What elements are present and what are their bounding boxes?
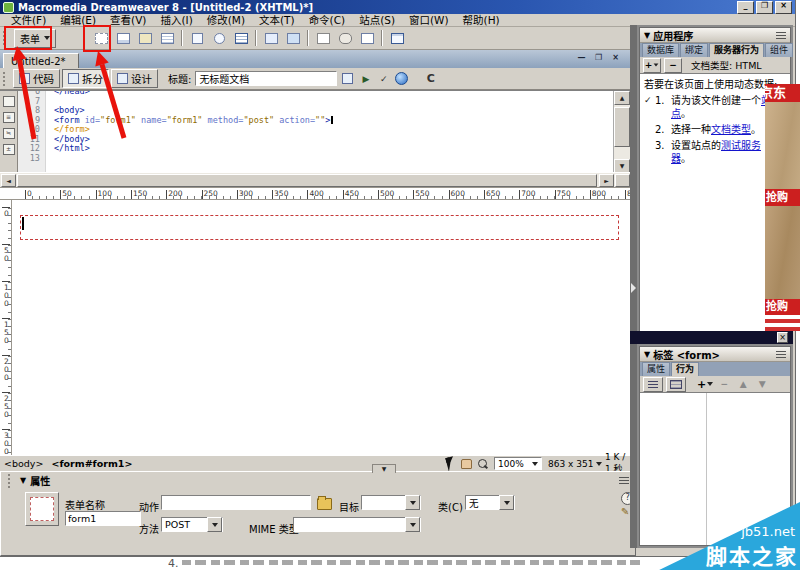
app-tab-3[interactable]: 组件 <box>765 43 793 57</box>
menu-item-1[interactable]: 编辑(E) <box>53 14 103 26</box>
app-tab-0[interactable]: 数据库 <box>642 43 679 57</box>
ad-product-image[interactable] <box>765 102 800 189</box>
application-panel-header[interactable]: ▼ 应用程序 <box>640 28 790 43</box>
properties-header[interactable]: ▼ 属性 <box>1 474 635 487</box>
select-tool-icon[interactable] <box>443 457 458 470</box>
insert-hidden-field-button[interactable] <box>135 29 155 48</box>
collapse-selection-icon[interactable]: ≒ <box>3 128 15 139</box>
insert-category-dropdown[interactable]: 表单 <box>14 29 56 48</box>
tag-selector-item-0[interactable]: <body> <box>0 458 47 469</box>
menu-item-4[interactable]: 修改(M) <box>200 14 252 26</box>
method-select[interactable]: POST <box>161 517 223 532</box>
form-outline[interactable] <box>20 215 619 240</box>
code-view[interactable]: 6</head>78<body>9<form id="form1" name="… <box>0 90 630 173</box>
doc-restore-icon[interactable]: ❐ <box>592 53 605 64</box>
form-property-icon-button[interactable] <box>25 492 59 526</box>
doc-close-icon[interactable]: × <box>609 53 622 64</box>
doc-minimize-icon[interactable]: — <box>575 53 588 64</box>
menu-item-2[interactable]: 查看(V) <box>103 14 153 26</box>
insert-radio-button-button[interactable] <box>209 29 229 48</box>
step-link-0[interactable]: 站点 <box>671 95 771 119</box>
hand-tool-icon[interactable] <box>459 457 474 470</box>
insert-text-field-button[interactable] <box>113 29 133 48</box>
panel-options-icon[interactable] <box>776 351 786 358</box>
class-select[interactable]: 无 <box>465 495 515 510</box>
tag-selector-item-1[interactable]: <form#form1> <box>47 458 136 469</box>
insert-label-button[interactable] <box>357 29 377 48</box>
add-behavior-button[interactable]: + <box>697 378 713 391</box>
insert-form-button[interactable] <box>91 29 111 48</box>
horizontal-scrollbar[interactable]: ◄ ► <box>0 172 630 188</box>
browser-check-globe-icon[interactable] <box>394 71 409 86</box>
panel-options-icon[interactable] <box>619 477 629 484</box>
step-link-2[interactable]: 测试服务器 <box>671 140 761 164</box>
file-management-icon[interactable] <box>340 71 355 86</box>
menu-item-7[interactable]: 站点(S) <box>352 14 402 26</box>
scrollbar-thumb[interactable] <box>17 174 597 187</box>
design-view-button[interactable]: 设计 <box>111 69 158 88</box>
quick-tag-edit-icon[interactable]: ✎ <box>621 507 629 517</box>
tag-panel-header[interactable]: ▼ 标签 <form> <box>640 347 790 362</box>
restore-icon[interactable]: ❐ <box>756 1 773 14</box>
remove-server-behavior-button[interactable]: − <box>664 58 682 73</box>
panel-options-icon[interactable] <box>776 32 786 39</box>
sidebar-ad[interactable]: 京东 抢购 抢购 <box>765 84 800 331</box>
open-documents-icon[interactable] <box>3 96 15 107</box>
insert-image-field-button[interactable] <box>283 29 303 48</box>
menu-item-9[interactable]: 帮助(H) <box>456 14 507 26</box>
zoom-tool-icon[interactable] <box>475 457 490 470</box>
design-view[interactable] <box>12 200 630 455</box>
step-link-1[interactable]: 文档类型 <box>711 124 751 135</box>
refresh-design-view-icon[interactable]: C <box>423 71 438 86</box>
ad-tag[interactable]: 抢购 <box>765 189 800 206</box>
remove-behavior-button[interactable]: − <box>716 378 732 391</box>
insert-checkbox-button[interactable] <box>187 29 207 48</box>
ad-tag[interactable]: 抢购 <box>765 299 800 315</box>
expand-all-icon[interactable]: ± <box>3 144 15 155</box>
app-tab-1[interactable]: 绑定 <box>680 43 708 57</box>
dock-divider[interactable] <box>630 25 637 548</box>
menu-item-8[interactable]: 窗口(W) <box>402 14 456 26</box>
window-size-select[interactable]: 863 x 351 <box>548 459 602 469</box>
insert-list-menu-button[interactable] <box>231 29 251 48</box>
ad-banner[interactable]: 京东 <box>765 84 800 102</box>
collapse-full-tag-icon[interactable]: ≡ <box>3 112 15 123</box>
scroll-right-icon[interactable]: ► <box>599 174 614 187</box>
insert-file-field-button[interactable] <box>313 29 333 48</box>
code-vertical-scrollbar[interactable]: ▲ ▼ <box>613 91 630 173</box>
preview-debug-icon[interactable]: ▶ <box>358 71 373 86</box>
add-server-behavior-button[interactable]: + <box>643 58 661 73</box>
form-name-input[interactable] <box>65 511 141 526</box>
scroll-down-icon[interactable]: ▼ <box>614 159 630 173</box>
insert-fieldset-button[interactable] <box>387 29 407 48</box>
target-select[interactable] <box>361 495 421 510</box>
menu-item-6[interactable]: 命令(C) <box>302 14 353 26</box>
menu-item-0[interactable]: 文件(F) <box>4 14 53 26</box>
tag-tab-1[interactable]: 行为 <box>671 362 699 376</box>
move-up-icon[interactable]: ▲ <box>735 378 751 391</box>
scrollbar-thumb[interactable] <box>614 107 630 147</box>
split-view-button[interactable]: 拆分 <box>62 69 109 88</box>
document-title-input[interactable] <box>195 71 337 86</box>
validate-markup-icon[interactable]: ✓ <box>376 71 391 86</box>
zoom-level-select[interactable]: 100% <box>494 457 542 470</box>
show-set-events-icon[interactable] <box>643 377 663 392</box>
ad-close-icon[interactable]: × <box>777 332 788 343</box>
tag-tab-0[interactable]: 属性 <box>642 362 670 376</box>
document-tab[interactable]: Untitled-2* <box>3 53 79 68</box>
menu-item-3[interactable]: 插入(I) <box>153 14 199 26</box>
mime-type-select[interactable] <box>293 517 421 532</box>
app-tab-2[interactable]: 服务器行为 <box>709 43 764 57</box>
scroll-up-icon[interactable]: ▲ <box>614 91 630 105</box>
property-panel-collapse-arrow[interactable]: ▼ <box>372 464 396 473</box>
collapse-dock-icon[interactable] <box>631 283 636 293</box>
code-view-button[interactable]: 代码 <box>13 69 60 88</box>
minimize-icon[interactable]: _ <box>737 1 754 14</box>
scroll-left-icon[interactable]: ◄ <box>1 174 16 187</box>
insert-textarea-button[interactable] <box>157 29 177 48</box>
action-input[interactable] <box>161 495 311 510</box>
menu-item-5[interactable]: 文本(T) <box>252 14 302 26</box>
close-icon[interactable]: × <box>775 1 792 14</box>
insert-button-button[interactable] <box>335 29 355 48</box>
insert-jump-menu-button[interactable] <box>261 29 281 48</box>
